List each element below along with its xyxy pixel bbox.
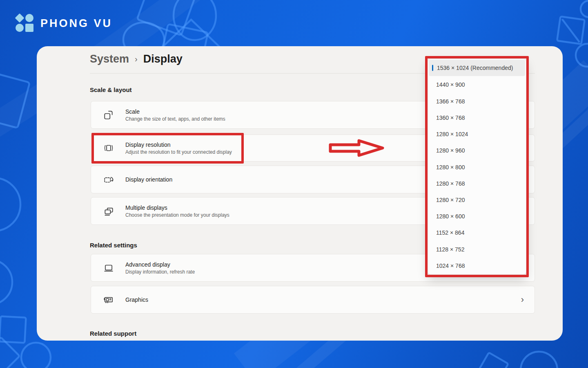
highlight-box-resolution-row [91,133,244,164]
breadcrumb: System › Display [90,53,183,65]
section-related-support: Related support [90,330,136,337]
advanced-display-icon [103,263,114,273]
section-related-settings: Related settings [90,242,137,249]
row-graphics[interactable]: Graphics › [91,286,535,314]
brand-logo-icon [16,14,34,33]
brand-logo: PHONG VU [16,14,112,33]
breadcrumb-display: Display [143,53,183,65]
logo-square-shape [25,24,33,32]
display-orientation-icon [103,174,114,185]
logo-diamond-shape [15,13,24,23]
row-multiple-displays-title: Multiple displays [125,204,229,211]
brand-name: PHONG VU [40,17,112,30]
row-scale-title: Scale [125,108,225,115]
scale-icon [103,110,114,120]
row-display-orientation-title: Display orientation [125,176,172,183]
multiple-displays-icon [103,206,114,216]
red-arrow [327,138,388,158]
chevron-right-icon: › [521,295,524,304]
row-graphics-title: Graphics [125,296,148,303]
breadcrumb-system[interactable]: System [90,53,129,65]
row-advanced-display-subtitle: Display information, refresh rate [125,269,195,275]
section-scale-layout: Scale & layout [90,86,132,93]
graphics-icon [103,294,114,305]
highlight-box-dropdown [425,56,529,277]
row-multiple-displays-subtitle: Choose the presentation mode for your di… [125,212,229,218]
row-scale-subtitle: Change the size of text, apps, and other… [125,116,225,122]
row-advanced-display-title: Advanced display [125,261,195,268]
breadcrumb-chevron-icon: › [135,54,138,64]
logo-circle-shape [25,14,33,22]
logo-circle-shape [16,24,24,32]
